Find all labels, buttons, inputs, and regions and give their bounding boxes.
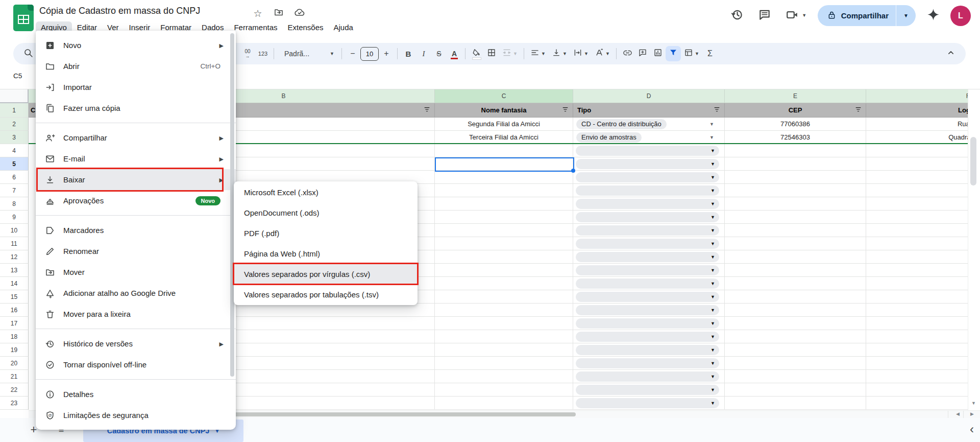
move-folder-icon[interactable] <box>272 7 285 20</box>
cell-F19[interactable] <box>866 343 980 357</box>
cell-D17[interactable]: ▼ <box>573 317 725 330</box>
cell-F20[interactable] <box>866 357 980 370</box>
cell-C18[interactable] <box>435 330 573 343</box>
empty-dropdown-chip[interactable] <box>576 278 719 289</box>
cell-C21[interactable] <box>435 370 573 383</box>
row-header-17[interactable]: 17 <box>0 317 29 330</box>
cell-C13[interactable] <box>435 264 573 277</box>
cell-C2[interactable]: Segunda Filial da Amicci <box>435 118 573 131</box>
empty-dropdown-chip[interactable] <box>576 371 719 382</box>
row-header-12[interactable]: 12 <box>0 250 29 264</box>
cell-F7[interactable] <box>866 184 980 197</box>
scroll-down-icon[interactable]: ▼ <box>971 401 976 406</box>
chip-dropdown-icon[interactable]: ▼ <box>710 148 715 153</box>
chip-dropdown-icon[interactable]: ▼ <box>710 281 715 286</box>
cell-F14[interactable] <box>866 277 980 290</box>
dropdown-chip[interactable]: CD - Centro de distribuição <box>576 119 667 129</box>
cell-C17[interactable] <box>435 317 573 330</box>
cell-E18[interactable] <box>725 330 866 343</box>
cell-F17[interactable] <box>866 317 980 330</box>
meet-icon[interactable]: ▼ <box>782 6 811 26</box>
version-history-icon[interactable] <box>727 6 747 26</box>
cell-D23[interactable]: ▼ <box>573 397 725 410</box>
file-menu-item-fazer-uma-c-pia[interactable]: Fazer uma cópia <box>36 98 236 119</box>
column-filter-icon[interactable] <box>424 106 430 114</box>
cell-C16[interactable] <box>435 304 573 317</box>
cell-D12[interactable]: ▼ <box>573 250 725 264</box>
column-filter-icon[interactable] <box>714 106 720 114</box>
cell-C10[interactable] <box>435 224 573 237</box>
gemini-icon[interactable] <box>923 6 943 26</box>
cell-E12[interactable] <box>725 250 866 264</box>
number-format-button[interactable]: 123 <box>255 46 271 61</box>
column-header-E[interactable]: E <box>725 89 866 103</box>
chip-dropdown-icon[interactable]: ▼ <box>710 188 715 193</box>
cell-F21[interactable] <box>866 370 980 383</box>
row-header-7[interactable]: 7 <box>0 184 29 197</box>
cell-D6[interactable]: ▼ <box>573 171 725 184</box>
download-submenu-item-p-gina-da-web-html-[interactable]: Página da Web (.html) <box>234 243 418 264</box>
cell-D5[interactable]: ▼ <box>573 157 725 171</box>
share-dropdown[interactable]: ▼ <box>896 5 916 26</box>
file-menu-item-renomear[interactable]: Renomear <box>36 241 236 262</box>
comments-icon[interactable] <box>754 6 775 26</box>
empty-dropdown-chip[interactable] <box>576 332 719 342</box>
cell-D19[interactable]: ▼ <box>573 343 725 357</box>
cell-E2[interactable]: 77060386 <box>725 118 866 131</box>
cell-C7[interactable] <box>435 184 573 197</box>
row-header-8[interactable]: 8 <box>0 197 29 211</box>
row-header-4[interactable]: 4 <box>0 144 29 157</box>
file-menu-item-hist-rico-de-vers-es[interactable]: Histórico de versões▶ <box>36 333 236 354</box>
cell-F6[interactable] <box>866 171 980 184</box>
filter-header-cell-D[interactable]: Tipo <box>573 103 725 118</box>
chip-dropdown-icon[interactable]: ▼ <box>710 268 715 273</box>
cell-F22[interactable] <box>866 383 980 397</box>
row-header-20[interactable]: 20 <box>0 357 29 370</box>
sheets-logo-icon[interactable] <box>13 5 34 31</box>
select-all-corner[interactable] <box>0 89 29 103</box>
cell-E5[interactable] <box>725 157 866 171</box>
insert-comment-button[interactable] <box>635 46 650 61</box>
cell-C3[interactable]: Terceira Filial da Amicci <box>435 131 573 144</box>
cell-D11[interactable]: ▼ <box>573 237 725 250</box>
cell-E4[interactable] <box>725 144 866 157</box>
file-menu-item-compartilhar[interactable]: Compartilhar▶ <box>36 127 236 148</box>
cell-D20[interactable]: ▼ <box>573 357 725 370</box>
search-icon[interactable] <box>20 46 36 61</box>
download-submenu-item-valores-separados-por-v-rgulas-csv-[interactable]: Valores separados por vírgulas (.csv) <box>234 264 418 284</box>
row-header-5[interactable]: 5 <box>0 157 29 171</box>
name-box[interactable]: C5 <box>13 72 22 80</box>
file-menu-item-limita-es-de-seguran-a[interactable]: @Limitações de segurança <box>36 405 236 426</box>
vertical-scrollbar-thumb[interactable] <box>970 137 976 185</box>
chip-dropdown-icon[interactable]: ▼ <box>710 241 715 246</box>
file-menu-item-e-mail[interactable]: E-mail▶ <box>36 148 236 169</box>
cell-D15[interactable]: ▼ <box>573 290 725 304</box>
cell-C14[interactable] <box>435 277 573 290</box>
row-header-15[interactable]: 15 <box>0 290 29 304</box>
empty-dropdown-chip[interactable] <box>576 212 719 222</box>
empty-dropdown-chip[interactable] <box>576 199 719 209</box>
cell-D22[interactable]: ▼ <box>573 383 725 397</box>
cell-C4[interactable] <box>435 144 573 157</box>
column-header-F[interactable]: F <box>866 89 980 103</box>
decrease-font-size-button[interactable]: − <box>345 46 360 61</box>
cell-E16[interactable] <box>725 304 866 317</box>
cell-C8[interactable] <box>435 197 573 211</box>
cell-F3[interactable]: Quadra EQ 2 <box>866 131 980 144</box>
cell-C15[interactable] <box>435 290 573 304</box>
empty-dropdown-chip[interactable] <box>576 358 719 368</box>
cell-F16[interactable] <box>866 304 980 317</box>
empty-dropdown-chip[interactable] <box>576 146 719 156</box>
chip-dropdown-icon[interactable]: ▼ <box>709 122 714 127</box>
filter-header-cell-F[interactable]: Logad <box>866 103 980 118</box>
cell-D10[interactable]: ▼ <box>573 224 725 237</box>
download-submenu-item-microsoft-excel-xlsx-[interactable]: Microsoft Excel (.xlsx) <box>234 182 418 202</box>
text-color-button[interactable]: A <box>447 46 462 61</box>
chip-dropdown-icon[interactable]: ▼ <box>710 161 715 167</box>
cell-F12[interactable] <box>866 250 980 264</box>
empty-dropdown-chip[interactable] <box>576 239 719 249</box>
cell-E7[interactable] <box>725 184 866 197</box>
cell-D14[interactable]: ▼ <box>573 277 725 290</box>
filter-header-cell-E[interactable]: CEP <box>725 103 866 118</box>
empty-dropdown-chip[interactable] <box>576 225 719 236</box>
